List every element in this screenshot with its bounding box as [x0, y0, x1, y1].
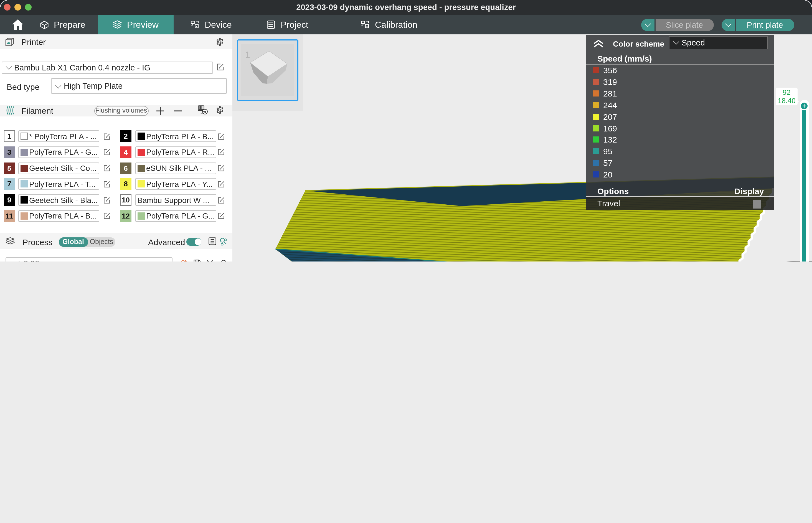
svg-text:1: 1	[245, 50, 250, 60]
